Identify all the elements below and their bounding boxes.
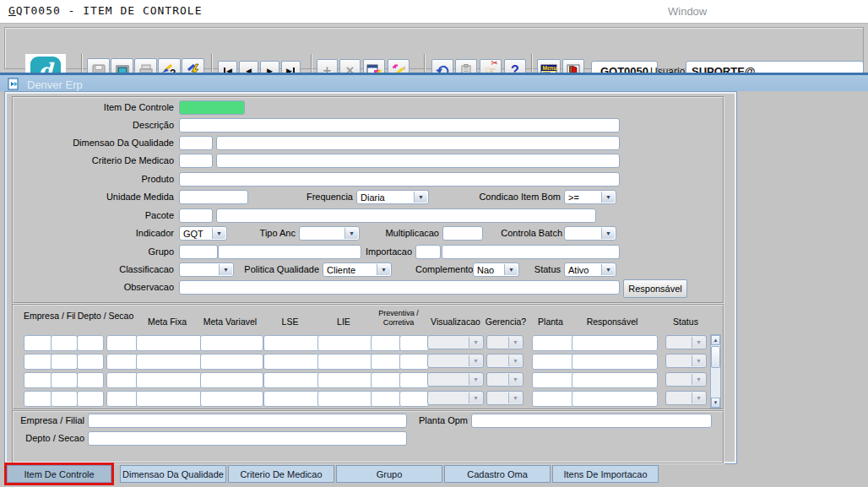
grid-cell[interactable] [51, 372, 78, 388]
grid-cell[interactable] [106, 354, 138, 370]
importacao-code-input[interactable] [415, 245, 441, 259]
grid-cell[interactable] [200, 372, 263, 388]
item-de-controle-input[interactable] [179, 100, 245, 115]
grupo-desc-input[interactable] [218, 245, 361, 259]
grid-cell[interactable] [371, 391, 401, 407]
grid-cell[interactable] [24, 372, 52, 388]
tab-dimensao-da-qualidade[interactable]: Dimensao Da Qualidade [120, 465, 226, 483]
dimensao-da-qualidade-code-input[interactable] [179, 136, 213, 150]
grid-cell[interactable]: ▼ [427, 372, 484, 387]
complemento-select[interactable]: Nao ▼ [473, 262, 519, 277]
grid-cell[interactable] [77, 335, 104, 351]
grid-cell[interactable] [51, 391, 78, 407]
grid-cell[interactable] [263, 354, 320, 370]
grid-cell[interactable] [106, 372, 138, 388]
grid-cell[interactable] [136, 354, 202, 370]
grid-cell[interactable] [371, 372, 401, 388]
frequencia-select[interactable]: Diaria ▼ [356, 190, 429, 204]
empresa-filial-input[interactable] [88, 414, 407, 428]
grid-cell[interactable]: ▼ [486, 354, 524, 368]
tab-item-de-controle[interactable]: Item De Controle [7, 465, 111, 483]
grid-cell[interactable] [572, 372, 658, 388]
grid-cell[interactable] [532, 354, 574, 370]
pacote-code-input[interactable] [179, 208, 213, 223]
tab-grupo[interactable]: Grupo [336, 465, 442, 483]
grid-cell[interactable] [77, 391, 104, 407]
status-select[interactable]: Ativo ▼ [564, 262, 616, 277]
produto-input[interactable] [179, 172, 620, 187]
importacao-desc-input[interactable] [442, 245, 620, 259]
grid-cell[interactable]: ▼ [665, 354, 707, 368]
grid-cell[interactable] [136, 372, 202, 388]
criterio-de-medicao-desc-input[interactable] [216, 154, 620, 168]
grid-cell[interactable]: ▼ [427, 335, 484, 349]
planta-opm-input[interactable] [471, 414, 712, 428]
grid-cell[interactable]: ▼ [486, 391, 524, 405]
unidade-medida-input[interactable] [179, 190, 248, 204]
responsavel-button[interactable]: Responsável [623, 279, 687, 298]
grid-cell[interactable] [24, 354, 52, 370]
menu-item-window[interactable]: Window [668, 5, 707, 18]
criterio-de-medicao-code-input[interactable] [179, 154, 213, 168]
grid-cell[interactable] [200, 354, 263, 370]
grid-cell[interactable] [371, 354, 401, 370]
grid-cell[interactable]: ▼ [486, 335, 524, 349]
grid-cell[interactable] [572, 335, 658, 351]
grid-cell[interactable] [317, 335, 373, 351]
observacao-input[interactable] [179, 280, 620, 295]
pacote-desc-input[interactable] [216, 208, 596, 223]
grid-cell[interactable] [532, 335, 574, 351]
grid-cell[interactable]: ▼ [427, 391, 484, 405]
grid-cell[interactable] [317, 354, 373, 370]
descricao-input[interactable] [179, 118, 620, 133]
grid-cell[interactable] [136, 335, 202, 351]
grid-cell[interactable]: ▼ [665, 391, 707, 405]
grid-cell[interactable] [399, 354, 429, 370]
grid-cell[interactable] [263, 372, 320, 388]
tab-cadastro-oma[interactable]: Cadastro Oma [444, 465, 551, 483]
controla-batch-select[interactable]: ▼ [564, 226, 616, 241]
grid-cell[interactable] [24, 391, 52, 407]
condicao-item-bom-select[interactable]: >= ▼ [564, 190, 616, 204]
tab-criterio-de-medicao[interactable]: Criterio De Medicao [228, 465, 334, 483]
grid-cell[interactable] [317, 391, 373, 407]
grid-cell[interactable]: ▼ [486, 372, 524, 387]
tipo-anc-select[interactable]: ▼ [299, 226, 360, 241]
grid-cell[interactable] [136, 391, 202, 407]
grid-cell[interactable]: ▼ [665, 372, 707, 387]
classificacao-select[interactable]: ▼ [179, 262, 234, 277]
grid-cell[interactable] [572, 354, 658, 370]
grid-cell[interactable] [24, 335, 52, 351]
grid-cell[interactable] [532, 391, 574, 407]
grid-cell[interactable] [200, 391, 263, 407]
grid-cell[interactable] [263, 391, 320, 407]
politica-qualidade-select[interactable]: Cliente ▼ [323, 262, 392, 277]
scrollbar-thumb[interactable] [711, 346, 720, 368]
grid-cell[interactable] [532, 372, 574, 388]
grid-cell[interactable]: ▼ [665, 335, 707, 349]
scroll-down-button[interactable]: ▼ [711, 398, 720, 408]
grid-cell[interactable] [77, 372, 104, 388]
grid-cell[interactable] [263, 335, 320, 351]
grid-cell[interactable] [399, 335, 429, 351]
grid-cell[interactable] [317, 372, 373, 388]
grid-cell[interactable] [371, 335, 401, 351]
tab-itens-de-importacao[interactable]: Itens De Importacao [552, 465, 659, 483]
grid-cell[interactable] [572, 391, 658, 407]
grid-cell[interactable] [51, 335, 78, 351]
grid-scrollbar[interactable]: ▲ ▼ [710, 334, 721, 409]
grid-cell[interactable] [77, 354, 104, 370]
grid-cell[interactable] [399, 391, 429, 407]
mdi-window-titlebar[interactable]: Denver Erp [0, 73, 868, 91]
dimensao-da-qualidade-desc-input[interactable] [216, 136, 620, 150]
indicador-select[interactable]: GQT ▼ [179, 226, 227, 241]
multiplicacao-input[interactable] [442, 226, 483, 241]
grupo-code-input[interactable] [179, 245, 218, 259]
depto-secao-input[interactable] [88, 431, 407, 446]
grid-cell[interactable] [51, 354, 78, 370]
grid-cell[interactable] [200, 335, 263, 351]
grid-cell[interactable] [106, 391, 138, 407]
grid-cell[interactable] [106, 335, 138, 351]
scroll-up-button[interactable]: ▲ [711, 335, 720, 345]
grid-cell[interactable]: ▼ [427, 354, 484, 368]
